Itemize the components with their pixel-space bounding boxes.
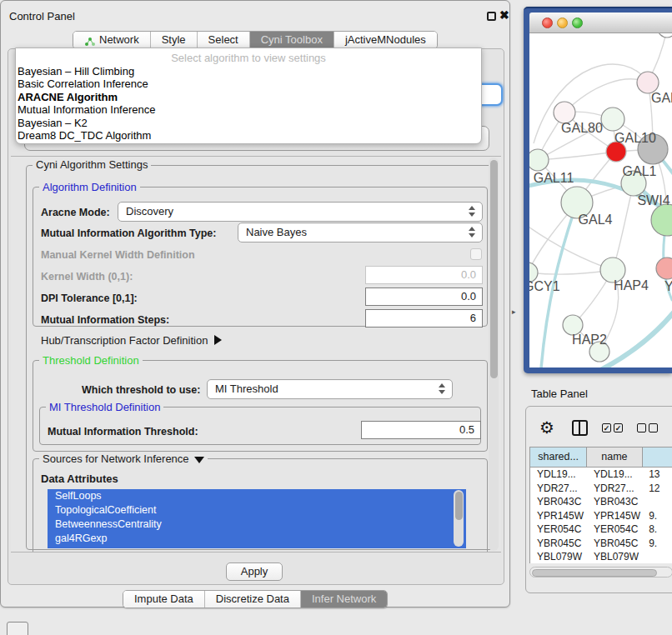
select-all-checks-icon[interactable]: ✓✓ bbox=[602, 423, 623, 432]
tab-jactivemnodules[interactable]: jActiveMNodules bbox=[334, 32, 437, 48]
tab-cyni-toolbox[interactable]: Cyni Toolbox bbox=[250, 32, 334, 48]
table-row[interactable]: YBR045CYBR045C9. bbox=[530, 537, 672, 551]
list-item[interactable]: gal4RGexp bbox=[48, 532, 466, 546]
list-item[interactable]: TopologicalCoefficient bbox=[48, 503, 466, 518]
node-label: Y bbox=[664, 279, 672, 293]
kernel-width-label: Kernel Width (0,1): bbox=[41, 271, 133, 282]
table-row[interactable]: YBL079WYBL079W bbox=[530, 550, 672, 563]
sources-title[interactable]: Sources for Network Inference bbox=[39, 452, 208, 465]
table-row[interactable]: YDR27...YDR27...12 bbox=[530, 482, 672, 496]
top-tab-bar: Network Style Select Cyni Toolbox jActiv… bbox=[73, 31, 438, 49]
columns-icon[interactable] bbox=[572, 420, 588, 436]
stepper-arrows-icon bbox=[469, 206, 476, 217]
mi-steps-field[interactable]: 6 bbox=[365, 309, 483, 328]
data-attributes-list[interactable]: SelfLoops TopologicalCoefficient Between… bbox=[48, 489, 466, 548]
table-panel-title: Table Panel bbox=[531, 388, 588, 400]
gear-icon[interactable]: ⚙ bbox=[539, 418, 554, 438]
list-scrollbar[interactable] bbox=[454, 490, 464, 547]
float-window-icon[interactable] bbox=[487, 12, 496, 21]
network-canvas[interactable]: GAL GAL80 GAL10 GAL1 GAL11 SWI4 GAL4 GCY… bbox=[529, 33, 672, 368]
aracne-mode-label: Aracne Mode: bbox=[41, 207, 110, 218]
mi-algorithm-type-label: Mutual Information Algorithm Type: bbox=[41, 228, 216, 239]
table-row[interactable]: YBR043CYBR043C bbox=[530, 495, 672, 509]
close-traffic-light-icon[interactable] bbox=[542, 18, 553, 28]
expander-collapsed-icon[interactable] bbox=[214, 335, 222, 345]
expander-expanded-icon[interactable] bbox=[194, 457, 204, 463]
stepper-arrows-icon bbox=[469, 227, 476, 238]
table-horizontal-scrollbar[interactable] bbox=[529, 567, 672, 578]
kernel-width-field[interactable]: 0.0 bbox=[365, 266, 483, 284]
node-label: HAP2 bbox=[572, 332, 607, 347]
node-label: GAL4 bbox=[579, 212, 613, 227]
node-gal10[interactable] bbox=[601, 108, 624, 131]
zoom-traffic-light-icon[interactable] bbox=[572, 18, 583, 28]
node-label: GAL10 bbox=[614, 131, 656, 145]
aracne-mode-combo[interactable]: Discovery bbox=[118, 202, 483, 222]
minimize-traffic-light-icon[interactable] bbox=[557, 18, 568, 28]
column-header-name[interactable]: name bbox=[587, 448, 642, 467]
table-row[interactable]: YER054CYER054C8. bbox=[530, 522, 672, 537]
mi-algorithm-type-combo[interactable]: Naive Bayes bbox=[238, 222, 483, 242]
mi-threshold-title: MI Threshold Definition bbox=[46, 401, 163, 413]
node[interactable] bbox=[658, 33, 672, 38]
mi-threshold-field[interactable]: 0.5 bbox=[361, 421, 481, 439]
tab-network[interactable]: Network bbox=[73, 32, 151, 48]
node-bright-green[interactable] bbox=[651, 204, 672, 236]
settings-scrollbar[interactable] bbox=[489, 158, 499, 551]
table-panel: ⚙ ✓✓ shared... name YDL19...YDL19...13 Y… bbox=[525, 406, 672, 593]
panel-title: Control Panel bbox=[9, 10, 75, 22]
dropdown-item[interactable]: Bayesian – K2 bbox=[16, 117, 481, 129]
table-row[interactable]: YPR145WYPR145W9. bbox=[530, 509, 672, 523]
node-labels: GAL GAL80 GAL10 GAL1 GAL11 SWI4 GAL4 GCY… bbox=[529, 91, 672, 347]
data-attributes-label: Data Attributes bbox=[41, 472, 118, 485]
bottom-tab-bar: Impute Data Discretize Data Infer Networ… bbox=[123, 590, 388, 608]
column-header-shared[interactable]: shared... bbox=[530, 448, 587, 467]
node-table: shared... name YDL19...YDL19...13 YDR27.… bbox=[529, 447, 672, 563]
dropdown-item[interactable]: Bayesian – Hill Climbing bbox=[16, 65, 481, 78]
which-threshold-combo[interactable]: MI Threshold bbox=[207, 379, 453, 399]
network-window-titlebar[interactable] bbox=[529, 12, 672, 33]
floating-panel-icon[interactable] bbox=[7, 622, 28, 635]
node-gal11[interactable] bbox=[529, 149, 549, 171]
tab-infer-network[interactable]: Infer Network bbox=[301, 591, 387, 608]
node-label: GCY1 bbox=[529, 279, 560, 293]
network-view-window: GAL GAL80 GAL10 GAL1 GAL11 SWI4 GAL4 GCY… bbox=[524, 7, 672, 373]
table-header-row: shared... name bbox=[530, 448, 672, 468]
algorithm-dropdown-popup: Select algorithm to view settings Bayesi… bbox=[15, 48, 482, 144]
cyni-algorithm-settings-title: Cyni Algorithm Settings bbox=[33, 158, 151, 171]
node-label: GAL1 bbox=[623, 164, 657, 178]
dropdown-item-selected[interactable]: ARACNE Algorithm bbox=[16, 91, 481, 103]
table-row[interactable]: YDL19...YDL19...13 bbox=[530, 468, 672, 482]
manual-kernel-width-label: Manual Kernel Width Definition bbox=[41, 249, 195, 261]
dropdown-item[interactable]: Basic Correlation Inference bbox=[16, 78, 481, 90]
dropdown-prompt: Select algorithm to view settings bbox=[16, 48, 481, 65]
manual-kernel-width-checkbox[interactable] bbox=[470, 248, 482, 260]
stepper-arrows-icon bbox=[439, 383, 446, 394]
node-label: GAL11 bbox=[534, 171, 574, 185]
network-graph[interactable]: GAL GAL80 GAL10 GAL1 GAL11 SWI4 GAL4 GCY… bbox=[529, 33, 672, 368]
tab-impute-data[interactable]: Impute Data bbox=[123, 591, 205, 608]
list-item[interactable]: BetweennessCentrality bbox=[48, 518, 466, 532]
apply-button[interactable]: Apply bbox=[226, 562, 283, 581]
node-salmon[interactable] bbox=[656, 258, 672, 279]
dpi-tolerance-field[interactable]: 0.0 bbox=[365, 288, 483, 306]
node-label: GAL80 bbox=[561, 121, 603, 135]
deselect-all-checks-icon[interactable] bbox=[637, 423, 658, 432]
settings-viewport: Cyni Algorithm Settings Algorithm Defini… bbox=[11, 156, 501, 552]
tab-discretize-data[interactable]: Discretize Data bbox=[205, 591, 301, 608]
splitter-handle-icon[interactable]: ▸ bbox=[512, 308, 516, 316]
dropdown-item[interactable]: Mutual Information Inference bbox=[16, 103, 481, 116]
list-item[interactable]: SelfLoops bbox=[48, 489, 466, 503]
hub-definition-expander[interactable]: Hub/Transcription Factor Definition bbox=[41, 334, 222, 347]
algorithm-definition-title: Algorithm Definition bbox=[39, 181, 140, 193]
mi-steps-label: Mutual Information Steps: bbox=[41, 314, 169, 326]
threshold-definition-title: Threshold Definition bbox=[39, 354, 143, 367]
mi-threshold-label: Mutual Information Threshold: bbox=[48, 426, 198, 438]
tab-select[interactable]: Select bbox=[198, 32, 250, 48]
dropdown-item[interactable]: Dream8 DC_TDC Algorithm bbox=[16, 129, 481, 142]
table-toolbar: ⚙ ✓✓ bbox=[533, 415, 672, 440]
tab-style[interactable]: Style bbox=[151, 32, 198, 48]
close-icon[interactable]: ✖ bbox=[499, 8, 509, 22]
column-header-3[interactable] bbox=[643, 448, 672, 467]
which-threshold-label: Which threshold to use: bbox=[82, 384, 200, 396]
